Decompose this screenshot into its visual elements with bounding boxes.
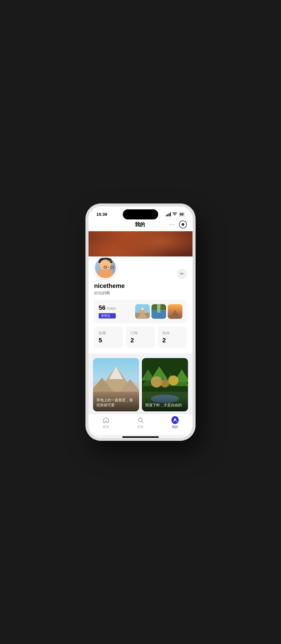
battery-indicator: 69	[179, 212, 185, 217]
subscriptions-label: 订阅	[130, 331, 150, 336]
avatar-glasses-bridge	[108, 267, 109, 267]
svg-rect-6	[157, 304, 160, 313]
page-title: 我的	[111, 221, 169, 228]
thumb-sunset[interactable]	[168, 304, 182, 319]
exp-max: /9999	[106, 306, 116, 311]
nav-home[interactable]: 首页	[96, 416, 116, 429]
avatar[interactable]	[94, 256, 117, 279]
avatar-row: ✏	[94, 256, 187, 279]
favorites-value: 5	[99, 337, 119, 344]
avatar-head	[100, 260, 111, 270]
svg-rect-0	[135, 304, 150, 319]
profile-section: ✏ nicetheme 好玩的啊 56 /9999 管理员	[89, 256, 192, 354]
home-indicator	[122, 436, 159, 438]
profile-nav-avatar	[171, 416, 179, 424]
edit-profile-button[interactable]: ✏	[177, 269, 187, 279]
page-header: 我的 ···	[89, 219, 192, 231]
post-card-2[interactable]: 雨落下时，才是自由的	[142, 358, 188, 411]
header-actions: ···	[169, 221, 187, 228]
posts-grid: 草地上的一篇葱莲，很优美很可爱	[93, 358, 188, 414]
username: nicetheme	[94, 282, 187, 290]
wifi-icon	[173, 212, 177, 217]
bottom-nav: 首页 栏目 我的	[89, 414, 192, 435]
svg-line-51	[142, 421, 143, 423]
nav-home-label: 首页	[103, 425, 109, 429]
subscriptions-value: 2	[130, 337, 150, 344]
favorites-card[interactable]: 收藏 5	[94, 327, 123, 348]
svg-point-26	[168, 375, 178, 386]
status-time: 15:39	[96, 212, 107, 217]
more-options-button[interactable]: ···	[169, 221, 175, 227]
dynamic-island	[123, 209, 158, 219]
nav-profile[interactable]: 我的	[165, 416, 185, 429]
home-icon	[102, 416, 110, 424]
search-icon	[137, 416, 144, 424]
post-1-title: 草地上的一篇葱莲，很优美很可爱	[96, 398, 136, 408]
admin-badge: 管理员	[99, 313, 116, 318]
stats-thumbnail-images	[135, 304, 182, 319]
svg-rect-1	[135, 313, 150, 319]
status-bar: 15:39 69	[89, 207, 192, 219]
fans-label: 粉丝	[162, 331, 182, 336]
user-bio: 好玩的啊	[94, 291, 187, 296]
nav-profile-label: 我的	[172, 425, 178, 429]
post-card-1-front: 草地上的一篇葱莲，很优美很可爱	[93, 358, 139, 411]
post-1-overlay: 草地上的一篇葱莲，很优美很可爱	[93, 392, 139, 411]
signal-bars-icon	[166, 212, 171, 216]
camera-button[interactable]	[179, 221, 187, 228]
camera-icon	[182, 223, 184, 226]
fans-card[interactable]: 粉丝 2	[158, 327, 187, 348]
favorites-label: 收藏	[99, 331, 119, 336]
phone-frame: 15:39 69 我的 ···	[86, 204, 195, 441]
profile-nav-icon	[171, 416, 179, 424]
exp-stats-left: 56 /9999 管理员	[99, 304, 116, 318]
exp-row: 56 /9999	[99, 304, 116, 311]
content-section: 草地上的一篇葱莲，很优美很可爱	[89, 354, 192, 414]
avatar-necklace	[105, 261, 112, 262]
scroll-content[interactable]: ✏ nicetheme 好玩的啊 56 /9999 管理员	[89, 231, 192, 414]
svg-point-25	[151, 376, 162, 388]
avatar-figure	[96, 258, 114, 278]
status-icons: 69	[166, 212, 185, 217]
avatar-body	[98, 270, 112, 278]
thumb-waterfall[interactable]	[151, 304, 166, 319]
exp-value: 56	[99, 304, 105, 311]
exp-stats-card: 56 /9999 管理员	[94, 300, 187, 323]
subscriptions-card[interactable]: 订阅 2	[126, 327, 155, 348]
social-stats-row: 收藏 5 订阅 2 粉丝 2	[94, 327, 187, 348]
post-2-title: 雨落下时，才是自由的	[145, 403, 185, 408]
svg-point-27	[161, 379, 169, 388]
post-card-1[interactable]: 草地上的一篇葱莲，很优美很可爱	[93, 358, 139, 411]
fans-value: 2	[162, 337, 182, 344]
nav-category-label: 栏目	[137, 425, 144, 429]
thumb-mountain[interactable]	[135, 304, 150, 319]
post-2-overlay: 雨落下时，才是自由的	[142, 397, 188, 411]
posts-row-1: 草地上的一篇葱莲，很优美很可爱	[93, 358, 188, 411]
nav-category[interactable]: 栏目	[131, 416, 150, 429]
